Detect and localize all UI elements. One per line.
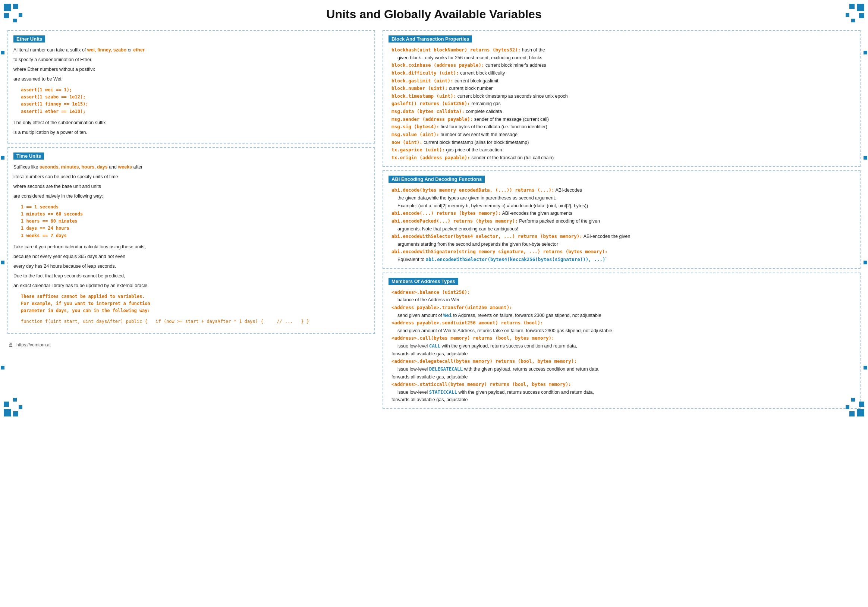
staticcall-ref: STATICCALL <box>429 389 457 395</box>
members-entry-5: <address>.staticcall(bytes memory) retur… <box>392 381 854 389</box>
svg-rect-8 <box>846 13 849 17</box>
svg-rect-13 <box>19 405 22 409</box>
fn-line-5: } <box>307 319 309 324</box>
fn-gasleft: gasleft() returns (uint256): <box>392 101 470 106</box>
note-line-1: These suffixes cannot be applied to vari… <box>21 293 369 300</box>
block-tx-desc-0: given block - only works for 256 most re… <box>397 54 854 62</box>
svg-rect-11 <box>13 411 18 417</box>
time-units-note: These suffixes cannot be applied to vari… <box>21 293 369 315</box>
code-line-1: assert(1 wei == 1); <box>21 87 369 94</box>
fn-line-4: } <box>296 319 304 324</box>
members-entry-1: <address payable>.transfer(uint256 amoun… <box>392 304 854 312</box>
svg-rect-14 <box>13 398 17 401</box>
wei-ref: Wei <box>443 313 452 318</box>
ether-units-body: A literal number can take a suffix of we… <box>14 46 369 136</box>
time-code-1: 1 == 1 seconds <box>21 204 369 211</box>
ether-units-desc5: The only effect of the subdenomination s… <box>14 119 369 126</box>
corner-top-left <box>4 4 26 26</box>
svg-rect-9 <box>851 19 855 22</box>
block-tx-entry-13: tx.origin (address payable): sender of t… <box>392 154 854 162</box>
block-tx-entry-11: now (uint): current block timestamp (ali… <box>392 139 854 147</box>
footer: 🖥 https://vomtom.at <box>8 342 375 348</box>
fn-msgsender: msg.sender (address payable): <box>392 116 473 122</box>
fn-call: <address>.call(bytes memory) returns (bo… <box>392 335 555 341</box>
fn-decode: abi.decode(bytes memory encodedData, (..… <box>392 187 555 193</box>
footer-icon: 🖥 <box>8 342 14 348</box>
abi-entry-0: abi.decode(bytes memory encodedData, (..… <box>392 186 854 194</box>
time-code-3: 1 hours == 60 minutes <box>21 218 369 225</box>
fn-txorigin: tx.origin (address payable): <box>392 155 470 160</box>
abi-entry-4: abi.encodeWithSignature(string memory si… <box>392 248 854 256</box>
time-units-desc3: where seconds are the base unit and unit… <box>14 183 369 190</box>
members-desc-2: send given amount of Wei to Address, ret… <box>397 327 854 335</box>
time-units-header: Time Units <box>14 152 44 159</box>
ether-units-desc1: A literal number can take a suffix of we… <box>14 46 369 54</box>
time-units-desc4: are considered naively in the following … <box>14 192 369 200</box>
abi-entry-1: abi.encode(...) returns (bytes memory): … <box>392 209 854 217</box>
abi-entries: abi.decode(bytes memory encodedData, (..… <box>392 186 854 263</box>
fn-delegatecall: <address>.delegatecall(bytes memory) ret… <box>392 358 577 364</box>
members-entry-2: <address payable>.send(uint256 amount) r… <box>392 319 854 327</box>
time-code-5: 1 weeks == 7 days <box>21 232 369 239</box>
block-tx-entry-0: blockhash(uint blockNumber) returns (byt… <box>392 46 854 54</box>
abi-desc-3: arguments starting from the second and p… <box>397 240 854 248</box>
svg-rect-6 <box>849 4 854 9</box>
members-entry-3: <address>.call(bytes memory) returns (bo… <box>392 334 854 342</box>
fn-gasprice: tx.gasprice (uint): <box>392 147 445 152</box>
ether-units-header: Ether Units <box>14 36 45 42</box>
time-units-desc8: Due to the fact that leap seconds cannot… <box>14 272 369 280</box>
time-units-desc1: Suffixes like seconds, minutes, hours, d… <box>14 163 369 171</box>
block-tx-section: Block And Transaction Properties blockha… <box>383 30 860 167</box>
block-tx-header: Block And Transaction Properties <box>389 36 472 42</box>
fn-encodewithsignature: abi.encodeWithSignature(string memory si… <box>392 249 608 254</box>
svg-rect-4 <box>13 19 17 22</box>
ether-word: ether <box>133 47 145 53</box>
members-desc-5a: issue low-level STATICCALL with the give… <box>397 389 854 396</box>
svg-rect-18 <box>846 405 849 409</box>
time-units-desc9: an exact calendar library has to be upda… <box>14 282 369 290</box>
delegatecall-ref: DELEGATECALL <box>429 366 463 372</box>
time-units-function: function f(uint start, uint daysAfter) p… <box>21 318 369 325</box>
footer-url: https://vomtom.at <box>16 342 51 347</box>
time-units-desc5: Take care if you perform calendar calcul… <box>14 243 369 251</box>
time-units-desc7: every day has 24 hours because of leap s… <box>14 262 369 270</box>
block-tx-entry-12: tx.gasprice (uint): gas price of the tra… <box>392 146 854 154</box>
members-desc-4b: forwards all available gas, adjustable <box>392 373 854 381</box>
abi-entry-2: abi.encodePacked(...) returns (bytes mem… <box>392 217 854 225</box>
fn-encodewithselector: abi.encodeWithSelector(bytes4 selector, … <box>392 234 583 239</box>
time-suffixes: seconds, minutes, hours, days <box>40 164 108 170</box>
code-line-3: assert(1 finney == 1e15); <box>21 101 369 108</box>
fn-now: now (uint): <box>392 139 422 145</box>
svg-rect-19 <box>851 398 855 401</box>
members-desc-0: balance of the Address in Wei <box>397 296 854 304</box>
block-tx-entry-10: msg.value (uint): number of wei sent wit… <box>392 131 854 139</box>
block-tx-entry-7: msg.data (bytes calldata): complete call… <box>392 108 854 116</box>
fn-encode: abi.encode(...) returns (bytes memory): <box>392 210 501 216</box>
members-header: Members Of Address Types <box>389 278 458 285</box>
time-units-desc6: because not every year equals 365 days a… <box>14 253 369 260</box>
abi-section: ABI Encoding And Decoding Functions abi.… <box>383 170 860 268</box>
abi-desc-0: the given data,while the types are given… <box>397 194 854 202</box>
corner-bottom-left <box>4 394 26 417</box>
svg-rect-3 <box>19 13 22 17</box>
abi-desc-example: Example: (uint a, uint[2] memory b, byte… <box>397 202 854 210</box>
fn-gaslimit: block.gaslimit (uint): <box>392 78 453 84</box>
members-entry-0: <address>.balance (uint256): <box>392 289 854 296</box>
ether-units-desc3: where Ether numbers without a postfivx <box>14 66 369 73</box>
block-tx-entry-5: block.timestamp (uint): current block ti… <box>392 93 854 100</box>
note-line-2: For example, if you want to interpret a … <box>21 300 369 307</box>
fn-balance: <address>.balance (uint256): <box>392 290 470 295</box>
members-section: Members Of Address Types <address>.balan… <box>383 273 860 409</box>
code-line-4: assert(1 ether == 1e18); <box>21 108 369 115</box>
fn-msgsig: msg.sig (bytes4): <box>392 124 439 129</box>
fn-msgdata: msg.data (bytes calldata): <box>392 108 465 114</box>
fn-coinbase: block.coinbase (address payable): <box>392 62 484 68</box>
code-line-2: assert(1 szabo == 1e12); <box>21 94 369 101</box>
fn-ref: abi.encodeWithSelector(bytes4(keccak256(… <box>426 257 606 262</box>
members-desc-1: send given amount of Wei to Address, rev… <box>397 312 854 319</box>
block-tx-entry-9: msg.sig (bytes4): first four bytes of th… <box>392 123 854 131</box>
fn-difficulty: block.difficulty (uint): <box>392 70 459 76</box>
fn-blockhash: blockhash(uint blockNumber) returns (byt… <box>392 47 521 53</box>
fn-line-1: function f(uint start, uint daysAfter) p… <box>21 319 148 324</box>
right-column: Block And Transaction Properties blockha… <box>383 30 860 413</box>
